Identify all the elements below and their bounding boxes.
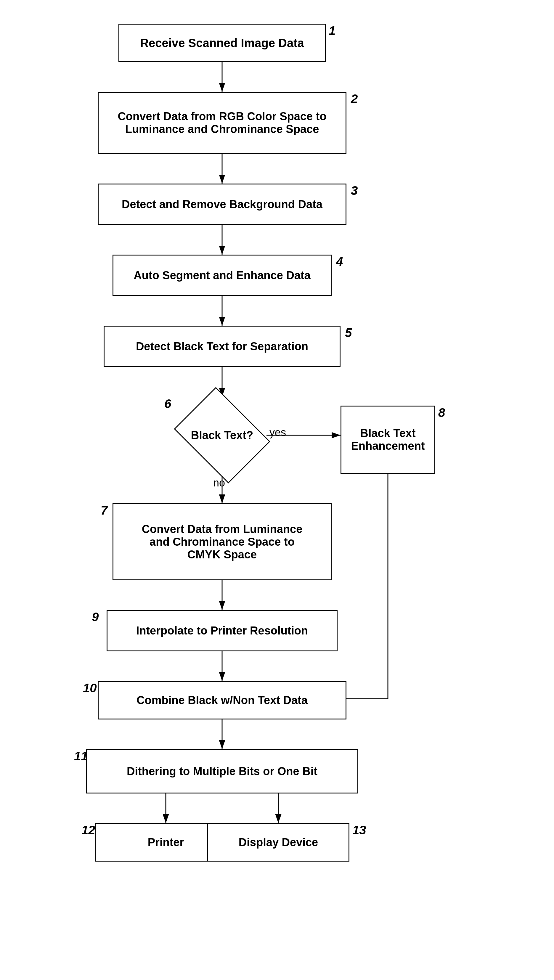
step-8-number: 8: [438, 406, 445, 420]
step-4-box: Auto Segment and Enhance Data: [113, 255, 332, 296]
step-3-box: Detect and Remove Background Data: [98, 184, 346, 225]
step-2-label: Convert Data from RGB Color Space to Lum…: [118, 110, 326, 135]
step-3-label: Detect and Remove Background Data: [122, 198, 322, 211]
step-7-label: Convert Data from Luminance and Chromina…: [142, 523, 302, 561]
step-11-box: Dithering to Multiple Bits or One Bit: [86, 749, 358, 794]
step-11-label: Dithering to Multiple Bits or One Bit: [127, 765, 317, 778]
step-10-label: Combine Black w/Non Text Data: [137, 694, 308, 707]
step-12-label: Printer: [148, 836, 184, 849]
step-1-label: Receive Scanned Image Data: [140, 37, 304, 50]
no-label: no: [213, 477, 225, 489]
step-4-number: 4: [336, 255, 343, 269]
step-1-box: Receive Scanned Image Data: [118, 24, 326, 62]
step-11-number: 11: [74, 749, 88, 763]
step-10-number: 10: [83, 681, 97, 695]
step-3-number: 3: [351, 184, 358, 198]
step-9-number: 9: [92, 610, 99, 624]
step-1-number: 1: [329, 24, 336, 38]
step-13-label: Display Device: [239, 836, 318, 849]
step-13-number: 13: [352, 823, 366, 837]
step-12-number: 12: [81, 823, 96, 837]
step-13-box: Display Device: [207, 823, 349, 862]
step-8-label: Black Text Enhancement: [351, 427, 425, 452]
step-10-box: Combine Black w/Non Text Data: [98, 681, 346, 719]
step-4-label: Auto Segment and Enhance Data: [134, 269, 310, 282]
step-7-number: 7: [101, 503, 107, 517]
yes-label: yes: [269, 426, 286, 439]
step-8-box: Black Text Enhancement: [341, 406, 435, 474]
step-5-number: 5: [345, 326, 352, 340]
step-2-number: 2: [351, 92, 358, 106]
step-6-label: Black Text?: [191, 429, 253, 442]
step-9-label: Interpolate to Printer Resolution: [136, 624, 308, 637]
diagram-container: Receive Scanned Image Data 1 Convert Dat…: [0, 0, 554, 980]
step-9-box: Interpolate to Printer Resolution: [107, 610, 337, 651]
step-7-box: Convert Data from Luminance and Chromina…: [113, 503, 332, 580]
step-5-label: Detect Black Text for Separation: [136, 340, 308, 353]
step-5-box: Detect Black Text for Separation: [103, 326, 341, 367]
step-6-number: 6: [164, 397, 171, 411]
step-2-box: Convert Data from RGB Color Space to Lum…: [98, 92, 346, 154]
step-6-diamond-wrapper: Black Text?: [181, 397, 264, 474]
